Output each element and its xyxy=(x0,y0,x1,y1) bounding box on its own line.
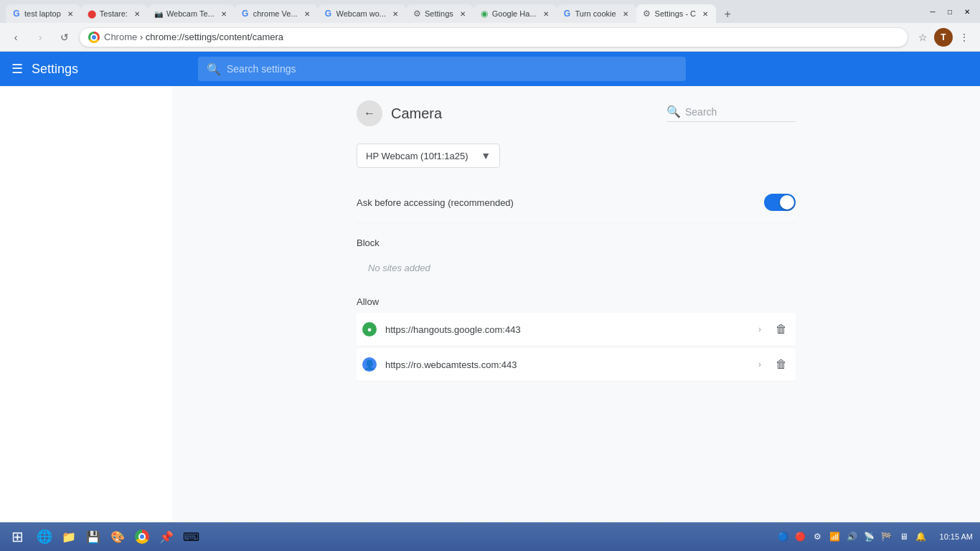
tab-close-4[interactable]: ✕ xyxy=(302,9,312,19)
reload-button[interactable]: ↺ xyxy=(55,27,75,47)
settings-search-input[interactable] xyxy=(227,63,677,75)
settings-app-title: Settings xyxy=(32,62,189,77)
camera-back-button[interactable]: ← xyxy=(357,100,382,126)
tray-icon-3[interactable]: ⚙ xyxy=(811,529,825,544)
camera-search[interactable]: 🔍 xyxy=(666,105,796,122)
tray-icon-flag[interactable]: 🏁 xyxy=(880,529,894,544)
settings-menu-icon[interactable]: ☰ xyxy=(11,61,23,77)
settings-search-bar[interactable]: 🔍 xyxy=(198,57,686,81)
content-area: ← Camera 🔍 HP Webcam (10f1:1a25) ▼ xyxy=(0,86,980,522)
settings-app: ☰ Settings 🔍 ← Camera xyxy=(0,52,980,522)
ie-icon: 🌐 xyxy=(37,529,52,545)
minimize-button[interactable]: ─ xyxy=(925,4,940,19)
allow-site-row-1: ● https://hangouts.google.com:443 › 🗑 xyxy=(357,313,796,347)
taskbar-folder-icon[interactable]: 📁 xyxy=(57,525,80,548)
tray-icon-4[interactable]: 📶 xyxy=(828,529,842,544)
tray-icon-speaker[interactable]: 🔔 xyxy=(914,529,928,544)
ask-before-label: Ask before accessing (recommended) xyxy=(357,197,514,208)
site-icon-2: 👤 xyxy=(362,357,377,372)
camera-header-left: ← Camera xyxy=(357,100,442,126)
tab-close-9[interactable]: ✕ xyxy=(700,9,710,19)
tab-close-2[interactable]: ✕ xyxy=(132,9,142,19)
site-delete-2[interactable]: 🗑 xyxy=(773,355,790,374)
tool-icon: 📌 xyxy=(159,530,174,544)
taskbar-chrome-icon[interactable] xyxy=(131,525,154,548)
tab-settings[interactable]: ⚙ Settings ✕ xyxy=(406,4,473,23)
tab-testare[interactable]: ⬤ Testare: ✕ xyxy=(81,4,148,23)
avatar[interactable]: T xyxy=(934,28,953,47)
forward-button[interactable]: › xyxy=(30,27,50,47)
system-clock[interactable]: 10:15 AM xyxy=(936,532,977,541)
tab-close-8[interactable]: ✕ xyxy=(621,9,631,19)
settings-search-icon: 🔍 xyxy=(207,62,221,76)
system-tray: 🔵 🔴 ⚙ 📶 🔊 📡 🏁 🖥 🔔 xyxy=(771,529,934,544)
tray-icon-1[interactable]: 🔵 xyxy=(776,529,791,544)
new-tab-button[interactable]: + xyxy=(719,6,736,23)
tab-webcam-te[interactable]: 📷 Webcam Te... ✕ xyxy=(148,4,235,23)
url-scheme: Chrome xyxy=(104,32,137,42)
bookmark-button[interactable]: ☆ xyxy=(913,27,933,47)
camera-settings-page: ← Camera 🔍 HP Webcam (10f1:1a25) ▼ xyxy=(339,86,813,397)
tab-favicon-4: G xyxy=(240,9,250,19)
tab-webcam-wo[interactable]: G Webcam wo... ✕ xyxy=(318,4,407,23)
toggle-thumb xyxy=(780,195,794,209)
tray-icon-2[interactable]: 🔴 xyxy=(793,529,808,544)
tab-favicon-8: G xyxy=(562,9,573,19)
camera-search-input[interactable] xyxy=(685,106,793,118)
menu-button[interactable]: ⋮ xyxy=(954,27,974,47)
tray-icon-bluetooth[interactable]: 📡 xyxy=(862,529,877,544)
tab-favicon-7: ◉ xyxy=(479,9,489,19)
tab-google-ha[interactable]: ◉ Google Ha... ✕ xyxy=(473,4,557,23)
tab-turn-cookie[interactable]: G Turn cookie ✕ xyxy=(557,4,636,23)
taskbar-keyboard-icon[interactable]: ⌨ xyxy=(179,525,202,548)
site-expand-1[interactable]: › xyxy=(755,321,764,337)
chrome-logo-icon xyxy=(88,32,100,43)
tab-bar: G test laptop ✕ ⬤ Testare: ✕ 📷 Webcam Te… xyxy=(6,0,925,23)
tab-title-8: Turn cookie xyxy=(575,9,616,18)
save-icon: 💾 xyxy=(86,530,100,544)
block-empty-message: No sites added xyxy=(357,254,796,282)
tab-close-3[interactable]: ✕ xyxy=(219,9,229,19)
block-section-header: Block xyxy=(357,237,796,248)
site-expand-2[interactable]: › xyxy=(755,357,764,372)
tab-favicon-5: G xyxy=(324,9,334,19)
settings-header: ☰ Settings 🔍 xyxy=(0,52,980,86)
sidebar xyxy=(0,86,172,522)
ask-before-toggle[interactable] xyxy=(764,194,796,211)
chrome-taskbar-icon xyxy=(135,529,149,544)
camera-search-icon: 🔍 xyxy=(666,105,681,118)
ask-before-row: Ask before accessing (recommended) xyxy=(357,182,796,223)
tray-icon-5[interactable]: 🔊 xyxy=(845,529,859,544)
webcam-select-arrow-icon: ▼ xyxy=(481,150,491,161)
tray-icon-monitor[interactable]: 🖥 xyxy=(897,529,911,544)
tab-title-3: Webcam Te... xyxy=(166,9,215,18)
url-path: chrome://settings/content/camera xyxy=(146,32,283,42)
site-delete-1[interactable]: 🗑 xyxy=(773,320,790,339)
back-button[interactable]: ‹ xyxy=(6,27,26,47)
tab-chrome-ver[interactable]: G chrome Ve... ✕ xyxy=(235,4,318,23)
taskbar-save-icon[interactable]: 💾 xyxy=(82,525,105,548)
tab-favicon-9: ⚙ xyxy=(642,9,652,19)
webcam-select-dropdown[interactable]: HP Webcam (10f1:1a25) ▼ xyxy=(357,143,500,168)
tab-close-6[interactable]: ✕ xyxy=(458,9,468,19)
taskbar: ⊞ 🌐 📁 💾 🎨 📌 ⌨ 🔵 🔴 ⚙ 📶 🔊 📡 🏁 🖥 🔔 10:15 AM xyxy=(0,522,980,551)
taskbar-paint-icon[interactable]: 🎨 xyxy=(106,525,129,548)
taskbar-tool-icon[interactable]: 📌 xyxy=(155,525,178,548)
taskbar-ie-icon[interactable]: 🌐 xyxy=(33,525,56,548)
url-bar[interactable]: Chrome › chrome://settings/content/camer… xyxy=(79,27,908,47)
tab-title-6: Settings xyxy=(425,9,453,18)
tab-close-5[interactable]: ✕ xyxy=(390,9,400,19)
start-button[interactable]: ⊞ xyxy=(3,524,32,550)
tab-test-laptop[interactable]: G test laptop ✕ xyxy=(6,4,81,23)
url-separator: › xyxy=(140,32,146,42)
tab-close-7[interactable]: ✕ xyxy=(541,9,551,19)
close-button[interactable]: ✕ xyxy=(960,4,974,19)
tab-favicon-3: 📷 xyxy=(154,9,164,19)
address-bar: ‹ › ↺ Chrome › chrome://settings/content… xyxy=(0,23,980,52)
maximize-button[interactable]: □ xyxy=(943,4,957,19)
url-text: Chrome › chrome://settings/content/camer… xyxy=(104,32,899,42)
tab-settings-camera[interactable]: ⚙ Settings - C ✕ xyxy=(636,4,716,23)
tab-title-5: Webcam wo... xyxy=(336,9,387,18)
tab-close-1[interactable]: ✕ xyxy=(65,9,75,19)
allow-site-row-2: 👤 https://ro.webcamtests.com:443 › 🗑 xyxy=(357,348,796,382)
